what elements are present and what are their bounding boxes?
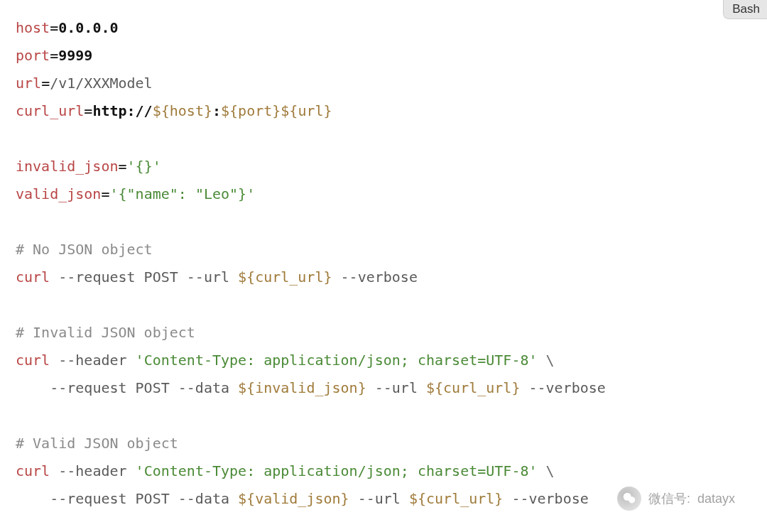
var-value: 0.0.0.0 — [58, 19, 118, 36]
code-line: curl --header 'Content-Type: application… — [16, 462, 555, 479]
comment: # Invalid JSON object — [16, 324, 195, 341]
string: 'Content-Type: application/json; charset… — [136, 352, 538, 369]
var-name: invalid_json — [16, 158, 119, 175]
interp: ${curl_url} — [238, 268, 332, 286]
interp: ${port} — [221, 102, 281, 119]
interp: ${url} — [281, 102, 332, 119]
interp: ${curl_url} — [426, 379, 520, 396]
code-line: --request POST --data ${valid_json} --ur… — [16, 490, 589, 507]
var-name: curl_url — [16, 102, 84, 119]
interp: ${invalid_json} — [238, 379, 366, 396]
string: '{"name": "Leo"}' — [109, 185, 255, 202]
language-badge: Bash — [723, 0, 767, 19]
code-line: curl_url=http://${host}:${port}${url} — [16, 102, 332, 119]
line-continuation: \ — [538, 352, 555, 369]
interp: ${host} — [153, 102, 212, 119]
code-line: port=9999 — [16, 47, 92, 64]
interp: ${curl_url} — [409, 490, 503, 507]
comment: # Valid JSON object — [16, 435, 178, 452]
var-name: valid_json — [16, 185, 101, 202]
command: curl — [16, 352, 50, 369]
code-line: valid_json='{"name": "Leo"}' — [16, 185, 255, 202]
var-name: host — [16, 19, 50, 36]
command: curl — [16, 268, 50, 286]
command: curl — [16, 462, 50, 479]
code-line: invalid_json='{}' — [16, 158, 161, 175]
code-block: host=0.0.0.0 port=9999 url=/v1/XXXModel … — [0, 0, 767, 527]
var-value: 9999 — [58, 47, 92, 64]
comment: # No JSON object — [16, 241, 153, 258]
proto: http:// — [92, 102, 152, 119]
code-line: url=/v1/XXXModel — [16, 75, 153, 92]
code-line: --request POST --data ${invalid_json} --… — [16, 379, 606, 396]
string: 'Content-Type: application/json; charset… — [136, 462, 538, 479]
code-line: curl --header 'Content-Type: application… — [16, 352, 555, 369]
code-line: curl --request POST --url ${curl_url} --… — [16, 268, 418, 286]
var-name: port — [16, 47, 50, 64]
var-name: url — [16, 75, 41, 92]
line-continuation: \ — [538, 462, 555, 479]
var-value: /v1/XXXModel — [50, 75, 153, 92]
string: '{}' — [127, 158, 161, 175]
code-line: host=0.0.0.0 — [16, 19, 119, 36]
interp: ${valid_json} — [238, 490, 349, 507]
